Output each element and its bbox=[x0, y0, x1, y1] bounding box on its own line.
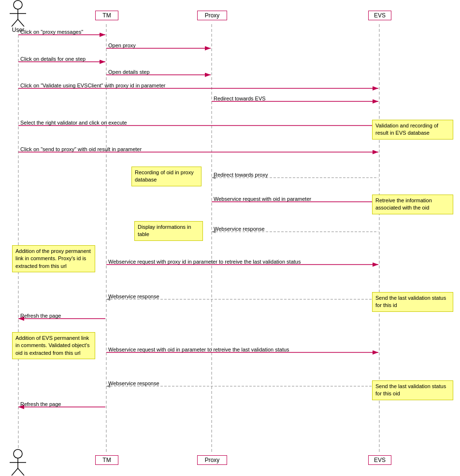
actor-proxy-bottom: Proxy bbox=[197, 455, 227, 465]
msg-12: Webservice request with proxy id in para… bbox=[108, 259, 301, 265]
msg-14: Refresh the page bbox=[20, 313, 61, 319]
arrows-svg bbox=[0, 0, 460, 476]
note-send-status-id: Send the last validation status for this… bbox=[372, 292, 453, 312]
actor-evs-top: EVS bbox=[368, 11, 391, 20]
svg-point-21 bbox=[14, 0, 22, 9]
note-evs-link: Addition of EVS permanent link in commen… bbox=[12, 332, 95, 359]
svg-line-25 bbox=[18, 19, 24, 27]
msg-5: Click on "Validate using EVSClient" with… bbox=[20, 83, 165, 88]
actor-proxy-top: Proxy bbox=[197, 11, 227, 20]
actor-tm-bottom: TM bbox=[95, 455, 118, 465]
note-evs-recording: Validation and recording of result in EV… bbox=[372, 120, 453, 140]
sequence-diagram: User TM Proxy EVS Click on "proxy messag… bbox=[0, 0, 460, 476]
msg-11: Webservice response bbox=[214, 226, 265, 232]
msg-9: Redirect towards proxy bbox=[214, 172, 268, 178]
msg-6: Redirect towards EVS bbox=[214, 96, 266, 101]
msg-13: Webservice response bbox=[108, 294, 159, 299]
note-retreive-info: Retreive the information associated with… bbox=[372, 195, 453, 214]
svg-line-24 bbox=[12, 19, 18, 27]
actor-user-bottom: User bbox=[5, 449, 31, 476]
actor-tm-top: TM bbox=[95, 11, 118, 20]
msg-4: Open details step bbox=[108, 69, 150, 75]
actor-user-top: User bbox=[5, 0, 31, 33]
svg-point-26 bbox=[14, 449, 22, 458]
note-display-info: Display informations in table bbox=[134, 221, 203, 241]
msg-2: Open proxy bbox=[108, 42, 136, 48]
note-send-status-oid: Send the last validation status for this… bbox=[372, 380, 453, 400]
svg-line-29 bbox=[12, 468, 18, 476]
msg-7: Select the right validator and click on … bbox=[20, 120, 127, 126]
actor-evs-bottom: EVS bbox=[368, 455, 391, 465]
msg-10: Webservice request with oid in parameter bbox=[214, 196, 311, 202]
msg-17: Refresh the page bbox=[20, 401, 61, 407]
msg-16: Webservice response bbox=[108, 380, 159, 386]
note-proxy-link: Addition of the proxy permanent link in … bbox=[12, 245, 95, 272]
msg-3: Click on details for one step bbox=[20, 56, 86, 62]
msg-15: Webservice request with oid in parameter… bbox=[108, 347, 289, 352]
svg-line-30 bbox=[18, 468, 24, 476]
msg-8: Click on "send to proxy" with oid result… bbox=[20, 146, 142, 152]
note-recording-oid: Recording of oid in proxy database bbox=[131, 167, 201, 186]
msg-1: Click on "proxy messages" bbox=[20, 29, 83, 35]
